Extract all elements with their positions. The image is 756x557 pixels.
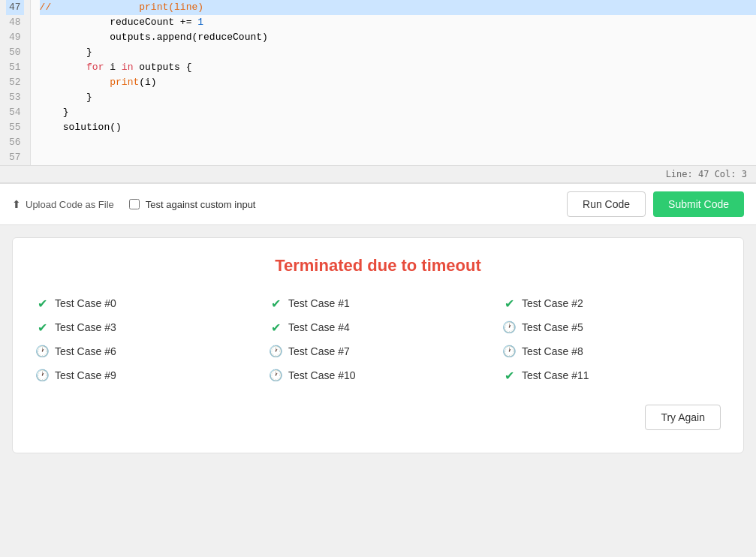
upload-icon: ⬆	[12, 198, 21, 210]
upload-label: Upload Code as File	[26, 199, 114, 210]
results-container: Terminated due to timeout ✔Test Case #0✔…	[12, 237, 744, 453]
run-code-button[interactable]: Run Code	[567, 191, 646, 217]
test-case-label: Test Case #10	[288, 369, 356, 381]
test-case-label: Test Case #8	[522, 345, 583, 357]
code-line-51: }	[40, 45, 756, 60]
test-case-item: ✔Test Case #4	[269, 321, 487, 334]
clock-icon: 🕐	[269, 345, 282, 358]
test-case-label: Test Case #9	[55, 369, 116, 381]
code-line-48: reduceCount += 1	[40, 15, 756, 30]
code-line-50: outputs.append(reduceCount)	[40, 30, 756, 45]
clock-icon: 🕐	[502, 345, 516, 358]
test-case-item: ✔Test Case #1	[269, 297, 487, 310]
toolbar: ⬆ Upload Code as File Test against custo…	[0, 183, 756, 225]
toolbar-right: Run Code Submit Code	[567, 191, 744, 217]
custom-input-checkbox[interactable]	[129, 199, 140, 209]
test-case-item: 🕐Test Case #10	[269, 369, 487, 382]
test-case-item: ✔Test Case #2	[502, 297, 721, 310]
test-case-label: Test Case #1	[288, 297, 350, 309]
test-case-label: Test Case #3	[55, 321, 116, 333]
test-case-item: 🕐Test Case #5	[502, 321, 721, 334]
code-line-55: }	[40, 105, 756, 120]
code-editor: 47 48 49 50 51 52 53 54 55 56 57 // prin…	[0, 0, 756, 183]
try-again-row: Try Again	[35, 405, 721, 430]
check-icon: ✔	[502, 297, 516, 310]
clock-icon: 🕐	[502, 321, 516, 334]
test-case-item: 🕐Test Case #9	[35, 369, 254, 382]
upload-code-link[interactable]: ⬆ Upload Code as File	[12, 198, 114, 210]
test-case-item: ✔Test Case #3	[35, 321, 254, 334]
clock-icon: 🕐	[269, 369, 282, 382]
custom-input-label[interactable]: Test against custom input	[129, 199, 256, 210]
custom-input-text: Test against custom input	[146, 199, 256, 210]
code-line-54: }	[40, 90, 756, 105]
check-icon: ✔	[269, 297, 282, 310]
test-case-item: 🕐Test Case #6	[35, 345, 254, 358]
test-case-item: 🕐Test Case #8	[502, 345, 721, 358]
test-case-item: ✔Test Case #0	[35, 297, 254, 310]
test-cases-grid: ✔Test Case #0✔Test Case #1✔Test Case #2✔…	[35, 297, 721, 382]
line-numbers: 47 48 49 50 51 52 53 54 55 56 57	[0, 0, 31, 165]
code-line-53: print(i)	[40, 75, 756, 90]
test-case-label: Test Case #4	[288, 321, 350, 333]
code-lines[interactable]: // print(line) reduceCount += 1 outputs.…	[31, 0, 756, 165]
test-case-item: 🕐Test Case #7	[269, 345, 487, 358]
test-case-label: Test Case #6	[55, 345, 116, 357]
status-bar-text: Line: 47 Col: 3	[666, 169, 747, 179]
submit-code-button[interactable]: Submit Code	[653, 191, 744, 217]
check-icon: ✔	[35, 321, 49, 334]
code-area[interactable]: 47 48 49 50 51 52 53 54 55 56 57 // prin…	[0, 0, 756, 165]
toolbar-left: ⬆ Upload Code as File Test against custo…	[12, 198, 256, 210]
test-case-label: Test Case #2	[522, 297, 583, 309]
code-line-52: for i in outputs {	[40, 60, 756, 75]
test-case-item: ✔Test Case #11	[502, 369, 721, 382]
check-icon: ✔	[269, 321, 282, 334]
test-case-label: Test Case #11	[522, 369, 589, 381]
try-again-button[interactable]: Try Again	[645, 405, 721, 430]
results-title: Terminated due to timeout	[35, 256, 721, 275]
status-bar: Line: 47 Col: 3	[0, 165, 756, 182]
code-line-47: // print(line)	[40, 0, 756, 15]
test-case-label: Test Case #0	[55, 297, 116, 309]
clock-icon: 🕐	[35, 345, 49, 358]
test-case-label: Test Case #5	[522, 321, 583, 333]
code-line-57: solution()	[40, 120, 756, 135]
clock-icon: 🕐	[35, 369, 49, 382]
check-icon: ✔	[502, 369, 516, 382]
check-icon: ✔	[35, 297, 49, 310]
test-case-label: Test Case #7	[288, 345, 350, 357]
